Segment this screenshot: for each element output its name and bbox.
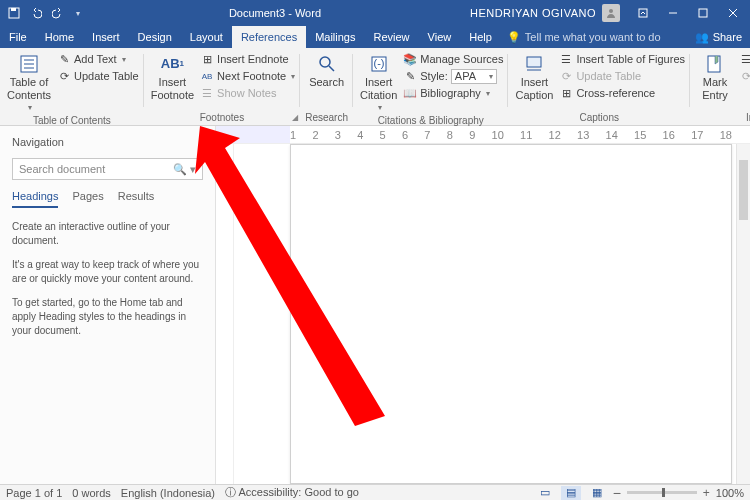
update-table-button[interactable]: ⟳Update Table (57, 68, 139, 84)
nav-title: Navigation (12, 136, 64, 148)
insert-endnote-button[interactable]: ⊞Insert Endnote (200, 51, 295, 67)
mark-entry-button[interactable]: Mark Entry (695, 51, 735, 104)
search-dropdown-icon[interactable]: 🔍 ▾ (173, 163, 196, 176)
ribbon-display-icon[interactable] (630, 2, 656, 24)
web-layout-icon[interactable]: ▦ (587, 486, 607, 500)
read-mode-icon[interactable]: ▭ (535, 486, 555, 500)
style-icon: ✎ (403, 69, 417, 83)
insert-footnote-button[interactable]: AB1 Insert Footnote (149, 51, 196, 104)
maximize-icon[interactable] (690, 2, 716, 24)
user-name: HENDRIYAN OGIVANO (470, 7, 596, 19)
style-dropdown[interactable]: ✎Style:APA▾ (403, 68, 503, 84)
svg-text:(-): (-) (373, 57, 384, 69)
manage-sources-icon: 📚 (403, 52, 417, 66)
zoom-slider[interactable] (627, 491, 697, 494)
svg-rect-3 (639, 9, 647, 17)
footnote-icon: AB1 (161, 53, 183, 75)
zoom-in-button[interactable]: + (703, 486, 710, 500)
next-footnote-icon: AB (200, 69, 214, 83)
nav-hint-1: Create an interactive outline of your do… (12, 220, 203, 248)
table-figures-icon: ☰ (559, 52, 573, 66)
svg-rect-5 (699, 9, 707, 17)
nav-hint-3: To get started, go to the Home tab and a… (12, 296, 203, 338)
chevron-down-icon: ▾ (378, 103, 382, 113)
show-notes-icon: ☰ (200, 86, 214, 100)
nav-tab-results[interactable]: Results (118, 190, 155, 208)
zoom-level[interactable]: 100% (716, 487, 744, 499)
avatar[interactable] (602, 4, 620, 22)
undo-icon[interactable] (30, 7, 42, 19)
svg-line-13 (329, 66, 334, 71)
navigation-pane: Navigation▾ Search document 🔍 ▾ Headings… (0, 126, 216, 484)
nav-tab-pages[interactable]: Pages (72, 190, 103, 208)
zoom-out-button[interactable]: − (613, 485, 621, 501)
document-page[interactable] (290, 144, 732, 484)
search-icon (316, 53, 338, 75)
search-button[interactable]: Search (307, 51, 347, 91)
print-layout-icon[interactable]: ▤ (561, 486, 581, 500)
toc-icon (18, 53, 40, 75)
window-title: Document3 - Word (80, 7, 470, 19)
status-page[interactable]: Page 1 of 1 (6, 487, 62, 499)
menu-mailings[interactable]: Mailings (306, 26, 364, 48)
menu-layout[interactable]: Layout (181, 26, 232, 48)
menu-help[interactable]: Help (460, 26, 501, 48)
menu-design[interactable]: Design (129, 26, 181, 48)
insert-citation-button[interactable]: (-) Insert Citation ▾ (358, 51, 399, 115)
caption-icon (523, 53, 545, 75)
horizontal-ruler[interactable]: 123456789101112131415161718 (216, 126, 750, 144)
svg-rect-1 (11, 8, 16, 11)
menu-view[interactable]: View (419, 26, 461, 48)
status-words[interactable]: 0 words (72, 487, 111, 499)
cross-reference-button[interactable]: ⊞Cross-reference (559, 85, 685, 101)
manage-sources-button[interactable]: 📚Manage Sources (403, 51, 503, 67)
bibliography-button[interactable]: 📖Bibliography▾ (403, 85, 503, 101)
add-text-button[interactable]: ✎Add Text▾ (57, 51, 139, 67)
svg-point-2 (609, 9, 613, 13)
toc-button[interactable]: Table of Contents ▾ (5, 51, 53, 115)
tell-me-input[interactable]: 💡Tell me what you want to do (507, 31, 661, 44)
search-input[interactable]: Search document 🔍 ▾ (12, 158, 203, 180)
cross-ref-icon: ⊞ (559, 86, 573, 100)
menu-review[interactable]: Review (365, 26, 419, 48)
status-lang[interactable]: English (Indonesia) (121, 487, 215, 499)
save-icon[interactable] (8, 7, 20, 19)
vertical-ruler[interactable] (216, 144, 234, 484)
menu-references[interactable]: References (232, 26, 306, 48)
close-icon[interactable] (720, 2, 746, 24)
update-index-button[interactable]: ⟳Update Index (739, 68, 750, 84)
add-text-icon: ✎ (57, 52, 71, 66)
next-footnote-button[interactable]: ABNext Footnote▾ (200, 68, 295, 84)
menu-home[interactable]: Home (36, 26, 83, 48)
endnote-icon: ⊞ (200, 52, 214, 66)
nav-tab-headings[interactable]: Headings (12, 190, 58, 208)
insert-caption-button[interactable]: Insert Caption (513, 51, 555, 104)
svg-point-12 (320, 57, 330, 67)
refresh-icon: ⟳ (57, 69, 71, 83)
refresh-icon: ⟳ (559, 69, 573, 83)
redo-icon[interactable] (52, 7, 64, 19)
lightbulb-icon: 💡 (507, 31, 521, 44)
footnotes-launcher-icon[interactable]: ◢ (292, 113, 298, 122)
citation-icon: (-) (368, 53, 390, 75)
nav-menu-icon[interactable]: ▾ (199, 138, 203, 147)
share-icon: 👥 (695, 31, 709, 44)
svg-rect-16 (527, 57, 541, 67)
bibliography-icon: 📖 (403, 86, 417, 100)
insert-index-icon: ☰ (739, 52, 750, 66)
minimize-icon[interactable] (660, 2, 686, 24)
share-button[interactable]: 👥Share (695, 31, 742, 44)
insert-index-button[interactable]: ☰Insert Index (739, 51, 750, 67)
menu-file[interactable]: File (0, 26, 36, 48)
nav-hint-2: It's a great way to keep track of where … (12, 258, 203, 286)
menubar: FileHomeInsertDesignLayoutReferencesMail… (0, 26, 750, 48)
vertical-scrollbar[interactable] (736, 144, 750, 484)
mark-entry-icon (704, 53, 726, 75)
status-accessibility[interactable]: ⓘ Accessibility: Good to go (225, 485, 359, 500)
update-captions-button[interactable]: ⟳Update Table (559, 68, 685, 84)
accessibility-icon: ⓘ (225, 486, 238, 498)
menu-insert[interactable]: Insert (83, 26, 129, 48)
show-notes-button[interactable]: ☰Show Notes (200, 85, 295, 101)
insert-figures-button[interactable]: ☰Insert Table of Figures (559, 51, 685, 67)
refresh-icon: ⟳ (739, 69, 750, 83)
